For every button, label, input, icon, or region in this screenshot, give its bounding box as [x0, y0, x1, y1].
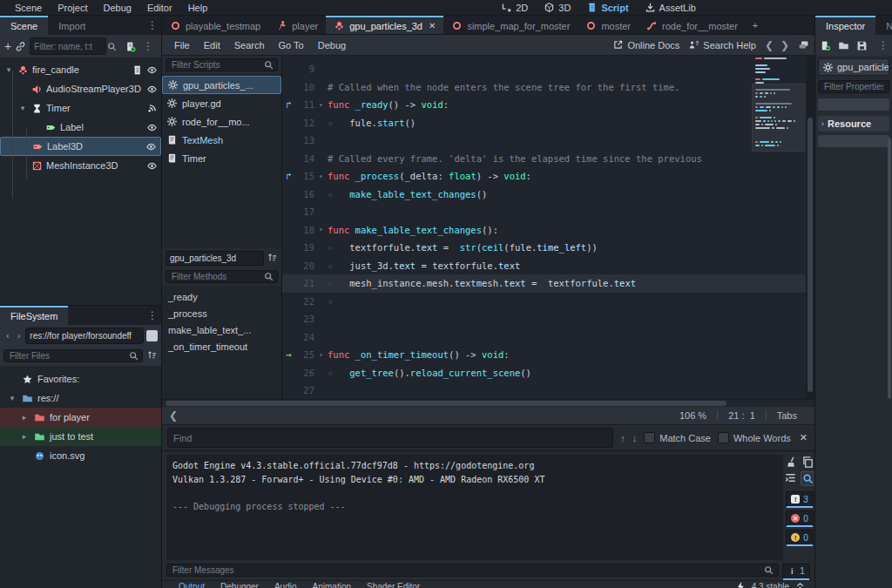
methods-sort-button[interactable]: [267, 252, 278, 265]
add-node-button[interactable]: +: [4, 39, 11, 53]
method-make_lable_text_[interactable]: make_lable_text_...: [162, 322, 281, 339]
load-resource-icon[interactable]: [838, 40, 849, 51]
code-minimap[interactable]: [755, 57, 804, 232]
scene-node-label[interactable]: Label: [0, 118, 161, 137]
script-item-TextMesh[interactable]: TextMesh: [162, 131, 281, 149]
eye-icon[interactable]: [146, 122, 158, 133]
eye-icon[interactable]: [146, 160, 158, 172]
script-item-Timer[interactable]: Timer: [162, 149, 281, 167]
engine-version-label[interactable]: 4.3.stable: [752, 582, 789, 588]
chevron-right-icon[interactable]: ▸: [19, 413, 30, 422]
history-back-button[interactable]: ❮: [765, 39, 774, 51]
scene-node-timer[interactable]: ▾Timer: [0, 98, 161, 118]
eye-icon[interactable]: [146, 84, 158, 95]
attach-script-button[interactable]: [125, 41, 136, 52]
menu-project[interactable]: Project: [50, 3, 95, 13]
bottom-tab-debugger[interactable]: Debugger: [213, 582, 267, 588]
history-forward-button[interactable]: ❯: [780, 39, 789, 51]
menu-scene[interactable]: Scene: [7, 3, 50, 13]
tab-inspector[interactable]: Inspector: [815, 16, 875, 35]
scene-filter-input[interactable]: [30, 37, 106, 55]
fs-forward-button[interactable]: ›: [15, 330, 24, 341]
new-resource-icon[interactable]: [820, 40, 831, 51]
scene-tab-simple_map_for_moster[interactable]: simple_map_for_moster: [443, 16, 578, 34]
filter-err-button[interactable]: ✕0: [786, 510, 814, 527]
mode-button-2d[interactable]: 2D: [494, 2, 535, 13]
mode-button-script[interactable]: Script: [579, 2, 635, 13]
mode-button-assetlib[interactable]: AssetLib: [638, 2, 703, 13]
edited-resource-button[interactable]: gpu_particles_3d: [818, 58, 889, 76]
fold-chevron-icon[interactable]: ▾: [314, 101, 328, 109]
scene-node-label3d[interactable]: Label3D: [0, 137, 161, 156]
script-item-gpu_particles_...[interactable]: gpu_particles_...: [162, 76, 281, 94]
fs-filter-input[interactable]: [3, 349, 143, 362]
menu-help[interactable]: Help: [180, 3, 216, 13]
clear-output-button[interactable]: [785, 456, 798, 469]
fs-item-icon-svg[interactable]: icon.svg: [0, 446, 161, 465]
mode-button-3d[interactable]: 3D: [537, 2, 578, 13]
eye-icon[interactable]: [145, 141, 157, 152]
bottom-tab-audio[interactable]: Audio: [267, 582, 305, 588]
code-editor[interactable]: 910# Called when the node enters the sce…: [282, 56, 814, 399]
copy-output-button[interactable]: [801, 456, 814, 469]
filter-methods-input[interactable]: [166, 270, 278, 283]
menu-debug[interactable]: Debug: [95, 3, 139, 13]
resource-section-header[interactable]: › Resource: [818, 116, 889, 132]
filter-info-button[interactable]: i1: [782, 564, 810, 580]
fs-back-button[interactable]: ‹: [3, 330, 12, 341]
filesystem-menu-dots[interactable]: ⋮: [144, 309, 161, 321]
fs-sort-button[interactable]: [146, 349, 158, 362]
inspector-menu-dots[interactable]: ⋮: [875, 39, 892, 51]
filter-scripts-input[interactable]: [166, 58, 278, 71]
tab-scene[interactable]: Scene: [0, 16, 48, 35]
fs-item-for-player[interactable]: ▸for player: [0, 408, 161, 427]
filter-msg-button[interactable]: !3: [786, 491, 814, 508]
fold-chevron-icon[interactable]: ▾: [314, 351, 328, 359]
script-icon[interactable]: [132, 64, 143, 76]
expand-editor-icon[interactable]: [801, 16, 814, 34]
bottom-tab-shader-editor[interactable]: Shader Editor: [359, 582, 428, 588]
signal-icon[interactable]: [146, 103, 158, 114]
script-menu-edit[interactable]: Edit: [197, 40, 227, 51]
scene-dock-dots[interactable]: ⋮: [144, 19, 161, 31]
fs-item-just-to-test[interactable]: ▸just to test: [0, 427, 161, 446]
match-case-checkbox[interactable]: Match Case: [644, 432, 711, 443]
zoom-level[interactable]: 106 %: [669, 410, 717, 421]
find-next-button[interactable]: ↓: [632, 433, 638, 443]
search-help-button[interactable]: ? Search Help: [688, 39, 756, 51]
fs-item-favorites-[interactable]: Favorites:: [0, 369, 161, 389]
save-resource-icon[interactable]: [856, 40, 868, 51]
close-tab-icon[interactable]: ✕: [429, 21, 436, 30]
scene-tab-moster[interactable]: moster: [578, 16, 639, 34]
chevron-right-icon[interactable]: ▸: [19, 432, 30, 441]
collapse-duplicates-button[interactable]: [784, 471, 797, 484]
scene-node-fire_candle[interactable]: ▾fire_candle: [0, 60, 161, 79]
tab-node[interactable]: Node: [875, 16, 892, 35]
new-tab-button[interactable]: +: [746, 16, 765, 34]
code-horizontal-scrollbar[interactable]: [162, 399, 814, 407]
scene-node-audiostreamplayer3d[interactable]: AudioStreamPlayer3D: [0, 79, 161, 98]
method-_process[interactable]: _process: [162, 306, 281, 322]
bottom-tab-animation[interactable]: Animation: [305, 582, 359, 588]
script-menu-go-to[interactable]: Go To: [272, 40, 311, 51]
menu-editor[interactable]: Editor: [139, 3, 180, 13]
fs-toggle-split-button[interactable]: [146, 330, 158, 341]
scene-tab-rode_for__moster[interactable]: rode_for__moster: [639, 16, 746, 34]
fs-path-input[interactable]: [25, 328, 144, 344]
tab-import[interactable]: Import: [48, 16, 96, 35]
scene-node-meshinstance3d[interactable]: MeshInstance3D: [0, 156, 161, 175]
chevron-down-icon[interactable]: ▾: [17, 104, 28, 112]
make-floating-icon[interactable]: [798, 39, 809, 51]
script-menu-file[interactable]: File: [167, 40, 197, 51]
show-search-button[interactable]: [801, 471, 814, 486]
fold-chevron-icon[interactable]: ▾: [314, 172, 328, 180]
script-item-rode_for__mo...[interactable]: rode_for__mo...: [162, 112, 281, 131]
method-_on_timer_timeout[interactable]: _on_timer_timeout: [162, 339, 281, 355]
method-_ready[interactable]: _ready: [162, 289, 281, 306]
fold-chevron-icon[interactable]: ▾: [314, 226, 328, 233]
find-previous-button[interactable]: ↑: [620, 433, 625, 443]
instance-scene-button[interactable]: [15, 41, 26, 52]
scroll-left-arrow[interactable]: ❮: [169, 409, 178, 422]
scene-tab-gpu_particles_3d[interactable]: gpu_particles_3d✕: [326, 16, 443, 34]
script-menu-debug[interactable]: Debug: [311, 40, 353, 51]
